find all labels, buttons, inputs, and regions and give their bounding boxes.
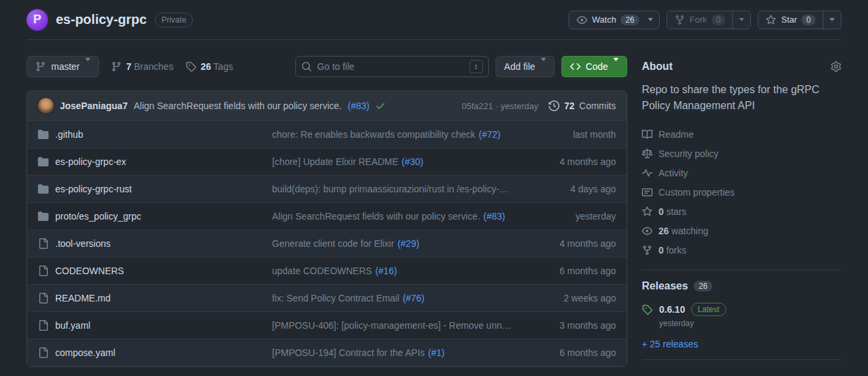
sidebar-item-custom-properties[interactable]: Custom properties [642, 182, 841, 202]
stars-label: stars [666, 206, 686, 217]
watch-button[interactable]: Watch 26 [569, 11, 660, 29]
file-name-link[interactable]: proto/es_policy_grpc [55, 211, 141, 222]
file-browser: JosePaniagua7 Align SearchRequest fields… [27, 91, 627, 367]
code-button[interactable]: Code [561, 56, 627, 77]
row-commit-message-link[interactable]: [PMPOSU-406]: [policy-management-es] - R… [272, 320, 515, 331]
file-updated-date: 6 months ago [523, 266, 616, 276]
row-commit-message-link[interactable]: build(deps): bump primaassicurazioni/rus… [272, 184, 509, 194]
chevron-down-icon[interactable] [823, 11, 841, 29]
row-commit-message-link[interactable]: update CODEOWNERS [272, 266, 372, 276]
file-name-link[interactable]: compose.yaml [55, 347, 115, 358]
pulse-icon [642, 168, 652, 178]
fork-button[interactable]: Fork 0 [666, 11, 752, 29]
latest-commit-bar: JosePaniagua7 Align SearchRequest fields… [27, 91, 627, 120]
releases-title[interactable]: Releases [642, 280, 688, 292]
repo-header: P es-policy-grpc Private Watch 26 Fork 0 [27, 0, 841, 40]
file-name-link[interactable]: buf.yaml [55, 320, 90, 331]
row-pr-number-link[interactable]: (#30) [402, 156, 424, 167]
ref-stats: 7 Branches 26 Tags [111, 61, 233, 72]
commit-author-link[interactable]: JosePaniagua7 [60, 100, 128, 111]
more-releases-link[interactable]: + 25 releases [642, 339, 698, 349]
row-pr-number-link[interactable]: (#76) [402, 293, 424, 303]
sidebar-stat-stars[interactable]: 0 stars [642, 202, 841, 221]
search-input[interactable] [317, 61, 464, 72]
sidebar-divider [642, 359, 841, 360]
row-pr-number-link[interactable]: (#29) [398, 238, 420, 249]
row-pr-number-link[interactable]: (#1) [428, 347, 445, 358]
gear-icon[interactable] [831, 61, 841, 72]
watching-count: 26 [658, 226, 669, 236]
chevron-down-icon[interactable] [732, 11, 750, 29]
row-pr-number-link[interactable]: (#16) [375, 266, 397, 276]
fork-count: 0 [712, 15, 726, 25]
book-icon [642, 129, 652, 140]
file-row: compose.yaml [PMPOSU-194] Contract for t… [27, 339, 627, 366]
branches-link[interactable]: 7 Branches [111, 61, 174, 72]
forks-label: forks [666, 245, 686, 256]
law-icon [642, 148, 652, 159]
sidebar-divider [642, 270, 841, 270]
eye-icon [577, 15, 587, 25]
file-name-link[interactable]: README.md [55, 293, 110, 303]
row-commit-message-link[interactable]: Generate client code for Elixir [272, 238, 394, 249]
check-icon[interactable] [375, 100, 386, 111]
file-icon [38, 293, 49, 303]
row-pr-number-link[interactable]: (#72) [479, 129, 501, 140]
star-button[interactable]: Star 0 [758, 11, 841, 29]
file-updated-date: 6 months ago [523, 347, 616, 358]
sidebar-item-readme[interactable]: Readme [642, 124, 841, 144]
repo-description: Repo to share the types for the gRPC Pol… [642, 82, 841, 114]
file-name-link[interactable]: es-policy-grpc-ex [55, 156, 126, 167]
commit-message-link[interactable]: Align SearchRequest fields with our poli… [134, 100, 342, 111]
star-count: 0 [801, 15, 815, 25]
branches-label: Branches [134, 61, 173, 72]
row-commit-message-link[interactable]: chore: Re enables backwards compatibilit… [272, 129, 476, 140]
commit-history-link[interactable]: 72 Commits [549, 100, 616, 111]
history-icon [549, 100, 559, 111]
file-name-link[interactable]: es-policy-grpc-rust [55, 184, 132, 194]
file-row: CODEOWNERS update CODEOWNERS (#16) 6 mon… [27, 257, 627, 284]
commits-count: 72 [564, 100, 575, 111]
watch-count: 26 [621, 15, 639, 25]
tag-icon [186, 61, 196, 72]
file-name-link[interactable]: CODEOWNERS [55, 266, 124, 276]
author-avatar[interactable] [38, 98, 54, 114]
tags-label: Tags [214, 61, 233, 72]
repo-avatar[interactable]: P [27, 9, 48, 31]
pr-number-link[interactable]: (#83) [348, 100, 370, 111]
go-to-file-search[interactable]: t [295, 56, 489, 77]
sidebar-item-security-policy[interactable]: Security policy [642, 144, 841, 163]
fork-label: Fork [690, 15, 707, 25]
add-file-button[interactable]: Add file [496, 56, 555, 77]
eye-icon [642, 226, 652, 236]
tags-link[interactable]: 26 Tags [186, 61, 233, 72]
stars-count: 0 [658, 206, 664, 217]
file-row: .tool-versions Generate client code for … [27, 230, 627, 257]
row-commit-message-link[interactable]: [PMPOSU-194] Contract for the APIs [272, 347, 425, 358]
repo-name[interactable]: es-policy-grpc [56, 12, 147, 27]
file-name-link[interactable]: .github [55, 129, 83, 140]
sidebar-stat-watching[interactable]: 26 watching [642, 221, 841, 240]
row-commit-message-link[interactable]: Align SearchRequest fields with our poli… [272, 211, 480, 222]
row-commit-message-link[interactable]: [chore] Update Elixir README [272, 156, 398, 167]
row-commit-message-link[interactable]: fix: Send Policy Contract Email [272, 293, 399, 303]
file-name-link[interactable]: .tool-versions [55, 238, 110, 249]
tag-icon [642, 303, 652, 328]
sidebar-item-label: Security policy [658, 148, 718, 159]
latest-release[interactable]: 0.6.10 Latest yesterday [642, 303, 841, 328]
main-content: master 7 Branches 26 Tags [27, 56, 841, 370]
file-icon [38, 238, 49, 249]
sidebar: About Repo to share the types for the gR… [642, 56, 841, 370]
visibility-badge: Private [155, 13, 193, 27]
code-icon [570, 61, 581, 72]
row-pr-number-link[interactable]: (#83) [484, 211, 506, 222]
sidebar-stat-forks[interactable]: 0 forks [642, 240, 841, 260]
sidebar-item-activity[interactable]: Activity [642, 163, 841, 182]
release-version[interactable]: 0.6.10 [659, 304, 685, 315]
sidebar-item-label: Activity [658, 168, 688, 178]
chevron-down-icon [647, 11, 659, 29]
branch-selector[interactable]: master [27, 56, 99, 77]
fork-icon [674, 15, 685, 25]
sidebar-item-label: Custom properties [658, 187, 734, 198]
commit-sha-time[interactable]: 05fa221 · yesterday [462, 101, 538, 111]
